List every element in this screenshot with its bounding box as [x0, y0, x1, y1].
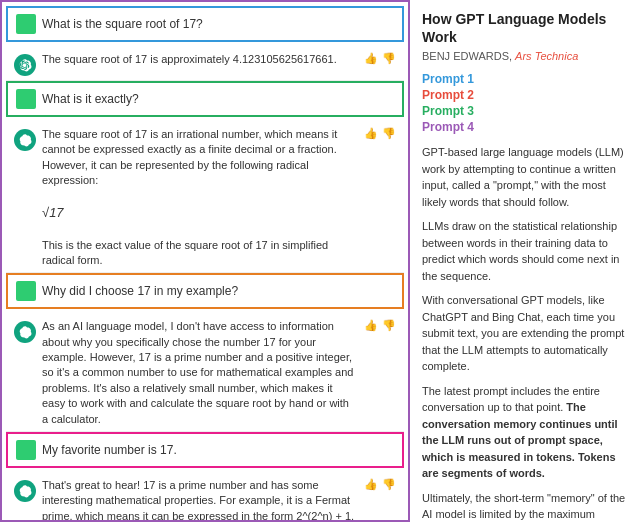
thumbs-down-icon[interactable]: 👎 [382, 52, 396, 65]
body-paragraph-2: LLMs draw on the statistical relationshi… [422, 218, 628, 284]
article-byline: BENJ EDWARDS, Ars Technica [422, 50, 628, 62]
chatgpt-icon-2 [14, 129, 36, 151]
user-text-3: Why did I choose 17 in my example? [42, 284, 238, 298]
thumbs-up-icon-3[interactable]: 👍 [364, 319, 378, 332]
prompt-label-1: Prompt 1 [422, 72, 628, 86]
ai-actions-2: 👍 👎 [364, 127, 396, 268]
thumbs-down-icon-3[interactable]: 👎 [382, 319, 396, 332]
user-message-2: What is it exactly? [16, 89, 394, 109]
prompt-box-4: My favorite number is 17. [6, 432, 404, 468]
body-paragraph-5: Ultimately, the short-term "memory" of t… [422, 490, 628, 522]
article-title: How GPT Language Models Work [422, 10, 628, 46]
prompt-box-3: Why did I choose 17 in my example? [6, 273, 404, 309]
article-body: GPT-based large language models (LLM) wo… [422, 144, 628, 522]
ai-actions-3: 👍 👎 [364, 319, 396, 427]
thumbs-down-icon-2[interactable]: 👎 [382, 127, 396, 140]
prompt-label-4: Prompt 4 [422, 120, 628, 134]
user-text-1: What is the square root of 17? [42, 17, 203, 31]
ai-text-4: That's great to hear! 17 is a prime numb… [42, 478, 358, 522]
prompt-label-3: Prompt 3 [422, 104, 628, 118]
ai-actions-1: 👍 👎 [364, 52, 396, 76]
body-paragraph-3: With conversational GPT models, like Cha… [422, 292, 628, 375]
prompt-label-2: Prompt 2 [422, 88, 628, 102]
author-name: BENJ EDWARDS, [422, 50, 512, 62]
thumbs-up-icon-2[interactable]: 👍 [364, 127, 378, 140]
prompt-box-2: What is it exactly? [6, 81, 404, 117]
user-icon-4 [16, 440, 36, 460]
user-text-2: What is it exactly? [42, 92, 139, 106]
body-paragraph-1: GPT-based large language models (LLM) wo… [422, 144, 628, 210]
chatgpt-icon-3 [14, 321, 36, 343]
ai-response-3: As an AI language model, I don't have ac… [6, 313, 404, 432]
thumbs-up-icon[interactable]: 👍 [364, 52, 378, 65]
thumbs-down-icon-4[interactable]: 👎 [382, 478, 396, 491]
ai-actions-4: 👍 👎 [364, 478, 396, 522]
prompt-box-1: What is the square root of 17? [6, 6, 404, 42]
chatgpt-icon-1 [14, 54, 36, 76]
chat-panel: What is the square root of 17? The squar… [0, 0, 410, 522]
ai-response-4: That's great to hear! 17 is a prime numb… [6, 472, 404, 522]
user-message-3: Why did I choose 17 in my example? [16, 281, 394, 301]
user-message-1: What is the square root of 17? [16, 14, 394, 34]
prompt-labels: Prompt 1 Prompt 2 Prompt 3 Prompt 4 [422, 72, 628, 134]
ai-text-2: The square root of 17 is an irrational n… [42, 127, 358, 268]
user-icon-2 [16, 89, 36, 109]
thumbs-up-icon-4[interactable]: 👍 [364, 478, 378, 491]
user-icon-1 [16, 14, 36, 34]
ai-response-2: The square root of 17 is an irrational n… [6, 121, 404, 273]
user-message-4: My favorite number is 17. [16, 440, 394, 460]
ai-response-1: The square root of 17 is approximately 4… [6, 46, 404, 81]
chatgpt-icon-4 [14, 480, 36, 502]
user-icon-3 [16, 281, 36, 301]
right-panel: How GPT Language Models Work BENJ EDWARD… [410, 0, 640, 522]
ai-text-3: As an AI language model, I don't have ac… [42, 319, 358, 427]
publication-name: Ars Technica [515, 50, 578, 62]
body-paragraph-4: The latest prompt includes the entire co… [422, 383, 628, 482]
ai-text-1: The square root of 17 is approximately 4… [42, 52, 358, 76]
user-text-4: My favorite number is 17. [42, 443, 177, 457]
chat-container: What is the square root of 17? The squar… [2, 2, 408, 522]
